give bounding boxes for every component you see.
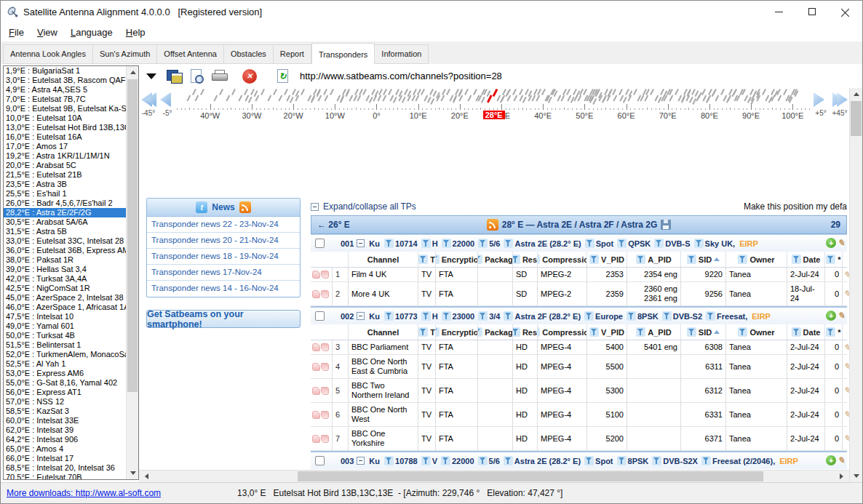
column-header[interactable]: Res. — [513, 324, 538, 340]
tab-obstacles[interactable]: Obstacles — [224, 44, 274, 64]
satellite-list-item[interactable]: 60,0°E : Intelsat 33E — [4, 416, 126, 425]
filter-icon[interactable] — [826, 327, 835, 337]
satellite-list-item[interactable]: 57,0°E : NSS 12 — [4, 397, 126, 407]
tab-offset-antenna[interactable]: Offset Antenna — [157, 44, 224, 64]
column-header[interactable]: Owner — [726, 324, 787, 340]
step-east-5-button[interactable]: +5° — [811, 92, 830, 117]
twitter-icon[interactable] — [196, 201, 207, 213]
satellite-list-item[interactable]: 52,5°E : Al Yah 1 — [4, 359, 126, 369]
filter-icon[interactable] — [513, 327, 520, 337]
column-header[interactable]: A_PID — [627, 324, 681, 340]
filter-icon[interactable] — [504, 311, 513, 321]
transponder-checkbox[interactable] — [315, 239, 325, 248]
column-header[interactable]: A_PID — [627, 252, 681, 267]
filter-icon[interactable] — [478, 255, 482, 264]
filter-icon[interactable] — [384, 239, 394, 248]
satellite-list-item[interactable]: 52,0°E : TurkmenAlem, MonacoSat — [4, 350, 126, 359]
column-header[interactable]: * — [825, 324, 843, 340]
satellite-list-item[interactable]: 19,2°E : Astra 1KR/1L/1M/1N — [4, 151, 126, 161]
save-icon[interactable] — [661, 220, 671, 230]
satellite-list-item[interactable]: 49,0°E : Yamal 601 — [4, 321, 126, 331]
filter-icon[interactable] — [421, 311, 431, 321]
eirp-link[interactable]: EIRP — [752, 312, 771, 321]
satellite-list-item[interactable]: 23,5°E : Astra 3B — [4, 180, 126, 189]
edit-icon[interactable] — [838, 456, 845, 465]
column-header[interactable]: SID — [681, 252, 726, 267]
satellite-list-item[interactable]: 70,5°E : Eutelsat 70B — [4, 473, 126, 479]
satellite-list-item[interactable]: 39,0°E : Hellas Sat 3,4 — [4, 265, 126, 274]
satellite-list-item[interactable]: 3,0°E : Eutelsat 3B, Rascom QAF 1R — [4, 76, 126, 85]
thumb-up-icon[interactable] — [312, 411, 320, 419]
tab-transponders[interactable]: Transponders — [311, 43, 375, 64]
news-link[interactable]: Transponder news 17-Nov-24 — [147, 265, 300, 281]
news-link[interactable]: Transponder news 22 - 23-Nov-24 — [147, 217, 300, 233]
satellite-list-item[interactable]: 68,5°E : Intelsat 20, Intelsat 36 — [4, 463, 126, 473]
satellite-list-item[interactable]: 16,0°E : Eutelsat 16A — [4, 132, 126, 142]
satellite-list-item[interactable]: 1,9°E : BulgariaSat 1 — [4, 66, 126, 76]
filter-icon[interactable] — [792, 255, 801, 264]
filter-icon[interactable] — [662, 311, 672, 321]
thumb-down-icon[interactable] — [321, 411, 329, 419]
news-link[interactable]: Transponder news 20 - 21-Nov-24 — [147, 233, 300, 249]
transponder-row[interactable]: 001 Ku 10714 H 22000 5/6 Astra 2E (28.2°… — [311, 235, 847, 252]
eirp-link[interactable]: EIRP — [779, 457, 798, 465]
column-header[interactable]: T — [418, 252, 436, 267]
edit-icon[interactable] — [843, 386, 849, 395]
rss-icon[interactable] — [239, 201, 251, 213]
filter-icon[interactable] — [478, 456, 488, 465]
scrollbar-thumb[interactable] — [851, 101, 862, 136]
filter-icon[interactable] — [421, 456, 431, 465]
satellite-list-item[interactable]: 13,0°E : Eutelsat Hot Bird 13B,13C,13E — [4, 123, 126, 132]
column-header[interactable]: SID — [681, 324, 726, 340]
filter-icon[interactable] — [694, 239, 704, 248]
column-header[interactable]: Package — [478, 252, 513, 267]
column-header[interactable]: V_PID — [587, 252, 627, 267]
filter-icon[interactable] — [418, 327, 428, 337]
filter-icon[interactable] — [584, 456, 594, 465]
edit-icon[interactable] — [843, 362, 849, 371]
filter-icon[interactable] — [513, 255, 520, 264]
filter-icon[interactable] — [636, 327, 645, 337]
downloads-link[interactable]: More downloads: http://www.al-soft.com — [7, 488, 161, 498]
filter-icon[interactable] — [687, 255, 696, 264]
satellite-list-item[interactable]: 20,0°E : Arabsat 5C — [4, 161, 126, 170]
thumb-up-icon[interactable] — [312, 387, 320, 395]
column-header[interactable]: Channel — [349, 252, 418, 267]
dropdown-icon[interactable] — [146, 73, 156, 79]
menu-item-file[interactable]: File — [2, 25, 31, 40]
thumb-down-icon[interactable] — [321, 290, 329, 298]
step-west-5-button[interactable]: -5° — [158, 92, 177, 117]
news-link[interactable]: Transponder news 14 - 16-Nov-24 — [147, 281, 300, 297]
filter-icon[interactable] — [627, 311, 636, 321]
filter-icon[interactable] — [441, 456, 450, 465]
prev-position-link[interactable]: ← 26° E — [317, 220, 350, 230]
scroll-down-arrow[interactable] — [850, 470, 862, 482]
thumb-up-icon[interactable] — [312, 435, 320, 443]
satellite-list-item[interactable]: 33,0°E : Eutelsat 33C, Intelsat 28 — [4, 236, 126, 246]
filter-icon[interactable] — [617, 239, 627, 248]
refresh-icon[interactable] — [277, 69, 288, 83]
satellite-list-item[interactable]: 56,0°E : Express AT1 — [4, 388, 126, 397]
add-icon[interactable] — [826, 311, 836, 321]
thumb-up-icon[interactable] — [312, 290, 320, 298]
edit-icon[interactable] — [843, 343, 849, 352]
collapse-icon[interactable] — [311, 203, 319, 211]
add-icon[interactable] — [826, 455, 836, 465]
scroll-right-arrow[interactable] — [835, 471, 848, 483]
thumb-up-icon[interactable] — [312, 271, 320, 279]
filter-icon[interactable] — [478, 239, 488, 248]
satellite-list-item[interactable]: 50,0°E : Turksat 4B — [4, 331, 126, 340]
thumb-down-icon[interactable] — [321, 363, 329, 371]
scroll-up-arrow[interactable] — [127, 66, 139, 79]
rss-icon[interactable] — [487, 219, 498, 231]
satellite-list-item[interactable]: 66,0°E : Intelsat 17 — [4, 454, 126, 463]
filter-icon[interactable] — [589, 255, 599, 264]
thumb-down-icon[interactable] — [321, 343, 329, 351]
filter-icon[interactable] — [584, 311, 594, 321]
collapse-icon[interactable] — [357, 312, 365, 320]
make-default-link[interactable]: Make this position my defa — [744, 201, 847, 212]
stop-icon[interactable] — [242, 69, 257, 84]
satellite-list-item[interactable]: 4,9°E : Astra 4A,SES 5 — [4, 85, 126, 95]
satellite-list-item[interactable]: 55,0°E : G-Sat 8,16, Yamal 402 — [4, 378, 126, 388]
browser-vertical-scrollbar[interactable] — [849, 88, 862, 482]
